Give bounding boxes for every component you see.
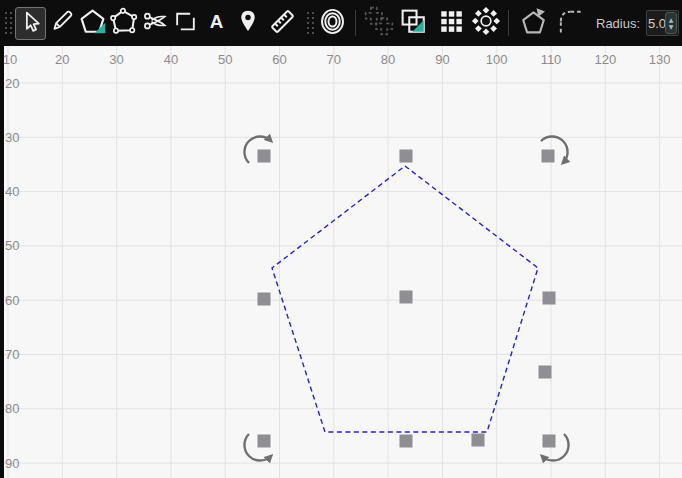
handle-mid-right[interactable] bbox=[543, 292, 556, 305]
polygon-nodes-icon bbox=[109, 7, 138, 40]
handle-mid-left[interactable] bbox=[258, 293, 271, 306]
ruler-top-label: 10 bbox=[3, 52, 17, 67]
ruler-left-label: 50 bbox=[5, 238, 19, 253]
ruler-top-label: 30 bbox=[109, 52, 123, 67]
toolbar-separator bbox=[508, 10, 509, 36]
ruler-top-label: 80 bbox=[381, 52, 395, 67]
stepper-up-icon[interactable]: ▲ bbox=[669, 16, 674, 23]
toolbar-separator bbox=[355, 10, 356, 36]
text-tool[interactable]: A bbox=[201, 5, 232, 41]
union-icon bbox=[364, 6, 394, 40]
handle-right-lower[interactable] bbox=[539, 366, 552, 379]
ruler-top-label: 70 bbox=[327, 52, 341, 67]
pentagon-new-icon bbox=[78, 7, 107, 40]
ruler-left-label: 80 bbox=[5, 401, 19, 416]
circular-array-tool[interactable] bbox=[470, 5, 501, 41]
radius-input[interactable]: 5.0▲▼ bbox=[646, 10, 679, 36]
ruler-top-label: 130 bbox=[649, 52, 671, 67]
grid-icon bbox=[438, 8, 464, 38]
ruler-left-label: 90 bbox=[5, 456, 19, 471]
radius-control: Radius:5.0▲▼ bbox=[596, 10, 679, 36]
cursor-icon bbox=[18, 9, 43, 38]
ruler-top-label: 50 bbox=[218, 52, 232, 67]
handle-bottom-center[interactable] bbox=[400, 435, 413, 448]
toolbar-grip-2[interactable] bbox=[304, 5, 317, 41]
crop-tool[interactable] bbox=[170, 5, 201, 41]
ruler-top-label: 20 bbox=[55, 52, 69, 67]
trim-tool[interactable] bbox=[139, 5, 170, 41]
radius-stepper[interactable]: ▲▼ bbox=[665, 12, 677, 34]
ruler-top-label: 90 bbox=[435, 52, 449, 67]
ruler-left-label: 70 bbox=[5, 347, 19, 362]
pencil-icon bbox=[49, 8, 75, 38]
ruler-left-label: 30 bbox=[5, 130, 19, 145]
stepper-down-icon[interactable]: ▼ bbox=[669, 23, 674, 30]
location-tool[interactable] bbox=[232, 5, 263, 41]
text-icon: A bbox=[204, 9, 229, 38]
handle-bottom-right-inner[interactable] bbox=[472, 434, 485, 447]
ruler-icon bbox=[268, 7, 297, 40]
handle-top-center[interactable] bbox=[400, 150, 413, 163]
duplicate-icon bbox=[399, 7, 428, 40]
create-polygon-tool[interactable] bbox=[77, 5, 108, 41]
scissors-icon bbox=[142, 8, 168, 38]
frame-icon bbox=[173, 9, 198, 38]
ruler-top-label: 120 bbox=[594, 52, 616, 67]
draw-tool[interactable] bbox=[46, 5, 77, 41]
ruler-top-label: 60 bbox=[272, 52, 286, 67]
corner-radius-option[interactable] bbox=[555, 5, 586, 41]
ruler-top-label: 40 bbox=[164, 52, 178, 67]
rings-icon bbox=[318, 7, 347, 40]
duplicate-tool[interactable] bbox=[398, 5, 429, 41]
select-tool[interactable] bbox=[15, 7, 46, 40]
circular-array-icon bbox=[471, 6, 501, 40]
corner-radius-icon bbox=[556, 7, 585, 40]
toolbar: ARadius:5.0▲▼ bbox=[0, 0, 682, 46]
rotate-handle-top-left[interactable] bbox=[244, 136, 271, 163]
polygon-rotate-icon bbox=[519, 7, 548, 40]
ruler-top-label: 100 bbox=[486, 52, 508, 67]
edit-nodes-tool[interactable] bbox=[108, 5, 139, 41]
rotate-handle-bottom-right[interactable] bbox=[542, 434, 569, 461]
ruler-left-label: 40 bbox=[5, 184, 19, 199]
rotate-handle-top-right[interactable] bbox=[541, 136, 568, 163]
measure-tool[interactable] bbox=[267, 5, 298, 41]
handle-center[interactable] bbox=[400, 291, 413, 304]
drawing-canvas[interactable]: 1020304050607080901001101201302030405060… bbox=[0, 46, 682, 478]
canvas-svg: 1020304050607080901001101201302030405060… bbox=[0, 46, 682, 478]
grid-array-tool[interactable] bbox=[435, 5, 466, 41]
rotate-handle-bottom-left[interactable] bbox=[244, 434, 271, 461]
pin-icon bbox=[235, 8, 261, 38]
toolbar-grip[interactable] bbox=[2, 5, 15, 41]
canvas-left-edge bbox=[0, 46, 4, 478]
ruler-top-label: 110 bbox=[541, 52, 562, 67]
offset-tool[interactable] bbox=[317, 5, 348, 41]
polygon-option[interactable] bbox=[518, 5, 549, 41]
boolean-union-tool[interactable] bbox=[363, 5, 394, 41]
ruler-left-label: 60 bbox=[5, 293, 19, 308]
radius-label: Radius: bbox=[596, 16, 640, 31]
ruler-left-label: 20 bbox=[5, 76, 19, 91]
svg-text:A: A bbox=[210, 10, 224, 31]
radius-value: 5.0 bbox=[647, 16, 667, 31]
